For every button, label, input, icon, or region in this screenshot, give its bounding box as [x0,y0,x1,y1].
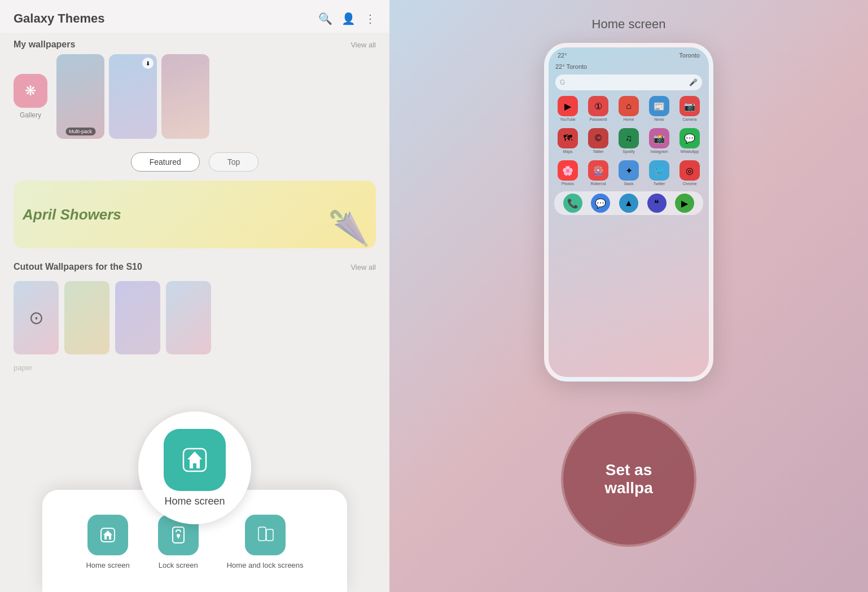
tab-top[interactable]: Top [209,152,259,172]
password-icon: ① [588,96,608,116]
twitter-icon: 🐦 [649,160,669,181]
phone-status-bar: 22° Toronto [549,47,709,61]
wallpapers-row: ❋ Gallery Multi-pack ⬇ [0,54,389,139]
person-icon[interactable]: 👤 [341,12,356,25]
left-panel: Galaxy Themes 🔍 👤 ⋮ My wallpapers View a… [0,0,389,592]
app-camera[interactable]: 📷 Camera [676,96,703,121]
promo-banner: April Showers 🌂 [14,181,376,248]
sheet-option-both[interactable]: Home and lock screens [227,515,304,569]
my-wallpapers-header: My wallpapers View all [0,33,389,54]
gallery-icon: ❋ [14,74,47,108]
app-slack[interactable]: ✦ Slack [615,160,642,186]
wallpaper-thumb-2[interactable]: ⬇ [109,54,157,139]
home-circle-icon [164,429,226,491]
home-lock-option-icon [245,515,286,555]
photos-icon: 🌸 [558,160,578,181]
whatsapp-icon: 💬 [680,128,700,148]
svg-rect-4 [266,529,273,541]
app-rollercoast[interactable]: 🎡 Rollercst [585,160,612,186]
rollercoast-icon: 🎡 [588,160,608,181]
app-chrome[interactable]: ◎ Chrome [676,160,703,186]
app-whatsapp[interactable]: 💬 WhatsApp [676,128,703,154]
download-icon: ⬇ [142,58,154,69]
gallery-label: Gallery [20,111,41,119]
app-photos[interactable]: 🌸 Photos [554,160,581,186]
header-icons: 🔍 👤 ⋮ [318,12,376,25]
app-twitter[interactable]: 🐦 Twitter [646,160,673,186]
app-password[interactable]: ① Password [585,96,612,121]
app-grid-row3: 🌸 Photos 🎡 Rollercst ✦ Slack 🐦 Twitter ◎… [549,157,709,189]
app-grid-row2: 🗺 Maps © Tattler ♫ Spotify 📸 Instagram 💬… [549,125,709,157]
app-grid-row1: ▶ YouTube ① Password ⌂ Home 📰 News 📷 Cam… [549,93,709,125]
my-wallpapers-title: My wallpapers [14,40,75,50]
app-instagram[interactable]: 📸 Instagram [646,128,673,154]
dock-bar: 📞 💬 ▲ ❝ ▶ [554,191,703,215]
dock-quotes[interactable]: ❝ [647,194,667,213]
bottom-hint: paper [0,359,389,376]
tabs-row: Featured Top [0,148,389,176]
mic-icon: 🎤 [689,78,698,86]
cutout-view-all[interactable]: View all [350,263,376,271]
home-app-icon: ⌂ [619,96,639,116]
themes-header: Galaxy Themes 🔍 👤 ⋮ [0,0,389,33]
themes-title: Galaxy Themes [14,11,104,26]
home-screen-label: Home screen [86,561,129,569]
dock-nav[interactable]: ▲ [619,194,638,213]
cutout-thumb-3[interactable] [115,281,160,354]
tattler-icon: © [588,128,608,148]
cutout-thumb-4[interactable] [166,281,211,354]
cutout-section-header: Cutout Wallpapers for the S10 View all [0,257,389,277]
set-as-wallpaper-circle[interactable]: Set as wallpa [561,411,696,547]
home-screen-option-icon [87,515,128,555]
more-icon[interactable]: ⋮ [365,12,376,25]
wallpaper-thumbs: Multi-pack ⬇ [56,54,209,139]
slack-icon: ✦ [619,160,639,181]
dock-phone[interactable]: 📞 [563,194,582,213]
right-panel-header: Home screen [592,0,666,43]
my-wallpapers-view-all[interactable]: View all [350,41,376,49]
wallpaper-thumb-1[interactable]: Multi-pack [56,54,104,139]
right-panel: Home screen 22° Toronto 22° Toronto G 🎤 … [389,0,868,592]
search-icon[interactable]: 🔍 [318,12,332,25]
cutout-thumb-1[interactable]: ⊙ [14,281,59,354]
search-bar[interactable]: G 🎤 [555,74,702,90]
app-news[interactable]: 📰 News [646,96,673,121]
dock-messages[interactable]: 💬 [591,194,610,213]
home-screen-circle[interactable]: Home screen [138,411,251,524]
camera-icon: 📷 [680,96,700,116]
lock-screen-label: Lock screen [159,561,198,569]
svg-rect-3 [258,527,266,541]
wallpaper-thumb-3[interactable] [161,54,209,139]
youtube-icon: ▶ [558,96,578,116]
news-icon: 📰 [649,96,669,116]
cutout-thumbs: ⊙ [0,277,389,359]
city-name: Toronto [679,52,700,59]
dock-play[interactable]: ▶ [675,194,694,213]
tab-featured[interactable]: Featured [131,152,200,172]
home-circle-label: Home screen [164,495,225,507]
weather-temp: 22° [558,52,567,59]
set-wallpaper-label: Set as wallpa [580,461,677,497]
cutout-title: Cutout Wallpapers for the S10 [14,262,142,272]
gallery-item[interactable]: ❋ Gallery [14,74,47,119]
home-lock-screens-label: Home and lock screens [227,561,304,569]
spotify-icon: ♫ [619,128,639,148]
cutout-thumb-2[interactable] [64,281,109,354]
promo-text: April Showers [14,197,130,233]
app-tattler[interactable]: © Tattler [585,128,612,154]
instagram-icon: 📸 [649,128,669,148]
app-maps[interactable]: 🗺 Maps [554,128,581,154]
phone-mockup: 22° Toronto 22° Toronto G 🎤 ▶ YouTube ① … [544,43,713,381]
weather-widget: 22° Toronto [549,61,709,72]
google-g: G [560,78,565,86]
promo-deco-icon: 🌂 [328,208,370,248]
app-home[interactable]: ⌂ Home [615,96,642,121]
maps-icon: 🗺 [558,128,578,148]
sheet-option-home[interactable]: Home screen [86,515,129,569]
app-youtube[interactable]: ▶ YouTube [554,96,581,121]
chrome-icon: ◎ [680,160,700,181]
app-spotify[interactable]: ♫ Spotify [615,128,642,154]
multipack-badge: Multi-pack [65,128,95,135]
